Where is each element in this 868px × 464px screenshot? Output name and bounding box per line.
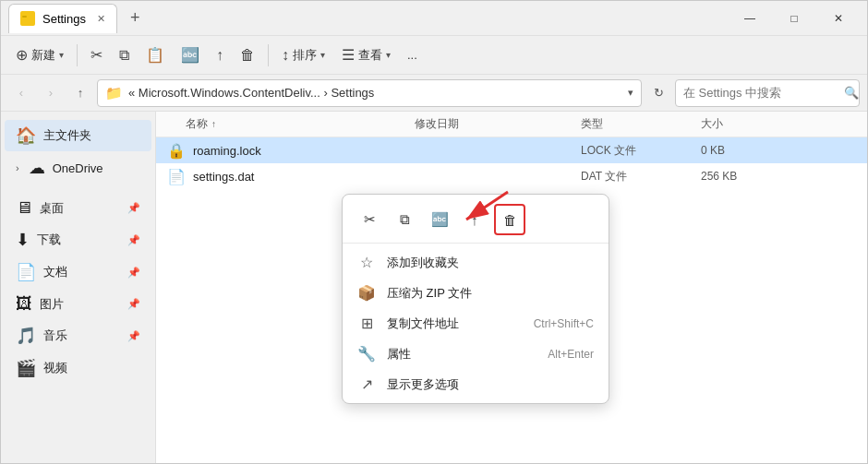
lock-file-icon: 🔒 — [167, 142, 186, 160]
more-button[interactable]: ... — [400, 43, 425, 66]
zip-icon: 📦 — [357, 284, 376, 302]
ctx-favorites-item[interactable]: ☆ 添加到收藏夹 — [343, 247, 609, 278]
properties-icon: 🔧 — [357, 345, 376, 363]
toolbar: ⊕ 新建 ▾ ✂ ⧉ 📋 🔤 ↑ 🗑 ↕ 排序 ▾ ☰ 查 — [1, 36, 867, 75]
paste-icon: 📋 — [146, 46, 164, 64]
address-folder-icon: 📁 — [105, 85, 123, 101]
documents-icon: 📄 — [16, 262, 36, 282]
title-bar: Settings ✕ + — □ ✕ — [1, 1, 867, 36]
view-button[interactable]: ☰ 查看 ▾ — [334, 42, 398, 68]
address-dropdown-icon[interactable]: ▾ — [628, 87, 633, 99]
ctx-copy-path-item[interactable]: ⊞ 复制文件地址 Ctrl+Shift+C — [343, 308, 609, 339]
file-size-dat: 256 KB — [701, 170, 775, 183]
sidebar: 🏠 主文件夹 › ☁ OneDrive 🖥 桌面 📌 ⬇ 下载 📌 📄 — [1, 112, 156, 463]
dat-file-icon: 📄 — [167, 168, 186, 185]
address-box[interactable]: 📁 « Microsoft.Windows.ContentDeliv... › … — [97, 79, 642, 107]
ctx-zip-item[interactable]: 📦 压缩为 ZIP 文件 — [343, 278, 609, 308]
pin-icon-music: 📌 — [127, 330, 140, 342]
sidebar-item-onedrive[interactable]: › ☁ OneDrive — [5, 152, 151, 184]
up-button[interactable]: ↑ — [67, 80, 93, 106]
toolbar-separator-2 — [268, 44, 269, 66]
back-button[interactable]: ‹ — [8, 80, 34, 106]
toolbar-separator-1 — [77, 44, 78, 66]
forward-button[interactable]: › — [38, 80, 64, 106]
delete-button[interactable]: 🗑 — [233, 42, 262, 68]
sidebar-item-music[interactable]: 🎵 音乐 📌 — [5, 320, 151, 351]
paste-button[interactable]: 📋 — [139, 42, 172, 68]
new-dropdown-icon: ▾ — [59, 50, 64, 60]
refresh-button[interactable]: ↻ — [645, 80, 671, 106]
sidebar-item-documents[interactable]: 📄 文档 📌 — [5, 256, 151, 288]
svg-rect-1 — [22, 16, 27, 18]
view-dropdown-icon: ▾ — [386, 50, 391, 60]
address-bar-row: ‹ › ↑ 📁 « Microsoft.Windows.ContentDeliv… — [1, 75, 867, 112]
window-controls: — □ ✕ — [729, 5, 860, 32]
context-menu: ✂ ⧉ 🔤 ↑ 🗑 ☆ 添加到收藏夹 📦 压缩为 ZIP 文件 ⊞ 复制文件地址… — [342, 194, 609, 404]
sidebar-item-pictures[interactable]: 🖼 图片 📌 — [5, 289, 151, 319]
ctx-delete-btn[interactable]: 🗑 — [494, 204, 525, 235]
sort-icon: ↕ — [282, 47, 289, 64]
search-input[interactable] — [683, 86, 838, 100]
sidebar-spacer — [1, 184, 155, 192]
ctx-share-btn[interactable]: ↑ — [459, 204, 490, 235]
sort-dropdown-icon: ▾ — [320, 50, 325, 60]
cut-button[interactable]: ✂ — [83, 42, 110, 68]
sort-asc-icon: ↑ — [211, 119, 216, 129]
close-btn[interactable]: ✕ — [817, 5, 860, 32]
ctx-cut-btn[interactable]: ✂ — [354, 204, 385, 235]
header-type: 类型 — [581, 116, 701, 132]
address-text: « Microsoft.Windows.ContentDeliv... › Se… — [128, 86, 622, 100]
rename-button[interactable]: 🔤 — [174, 42, 207, 68]
onedrive-icon: ☁ — [29, 158, 45, 178]
active-tab[interactable]: Settings ✕ — [8, 4, 117, 33]
file-row-dat[interactable]: 📄 settings.dat DAT 文件 256 KB — [156, 163, 867, 189]
more-icon: ... — [407, 48, 417, 62]
sidebar-item-videos[interactable]: 🎬 视频 — [5, 352, 151, 384]
sidebar-item-desktop[interactable]: 🖥 桌面 📌 — [5, 193, 151, 223]
header-date: 修改日期 — [415, 116, 581, 132]
pictures-icon: 🖼 — [16, 294, 32, 314]
sort-button[interactable]: ↕ 排序 ▾ — [274, 42, 332, 68]
context-toolbar: ✂ ⧉ 🔤 ↑ 🗑 — [343, 198, 609, 244]
maximize-btn[interactable]: □ — [773, 5, 815, 32]
desktop-icon: 🖥 — [16, 198, 32, 218]
tab-close-btn[interactable]: ✕ — [97, 13, 105, 25]
new-button[interactable]: ⊕ 新建 ▾ — [8, 42, 71, 68]
rename-icon: 🔤 — [181, 46, 199, 64]
cut-icon: ✂ — [90, 46, 102, 64]
minimize-btn[interactable]: — — [729, 5, 771, 32]
file-name-lock: 🔒 roaming.lock — [156, 142, 415, 160]
file-type-lock: LOCK 文件 — [581, 143, 701, 159]
tab-area: Settings ✕ + — [8, 4, 729, 33]
pin-icon-doc: 📌 — [127, 267, 140, 279]
pin-icon-dl: 📌 — [127, 234, 140, 246]
more-options-icon: ↗ — [357, 375, 376, 393]
file-list-header: 名称 ↑ 修改日期 类型 大小 — [156, 112, 867, 137]
home-icon: 🏠 — [16, 125, 36, 146]
sidebar-item-downloads[interactable]: ⬇ 下载 📌 — [5, 224, 151, 256]
favorites-icon: ☆ — [357, 254, 376, 271]
file-row-lock[interactable]: 🔒 roaming.lock LOCK 文件 0 KB — [156, 137, 867, 163]
ctx-properties-item[interactable]: 🔧 属性 Alt+Enter — [343, 339, 609, 369]
copy-path-icon: ⊞ — [357, 315, 376, 332]
ctx-copy-btn[interactable]: ⧉ — [389, 204, 420, 235]
tab-title: Settings — [42, 12, 86, 26]
ctx-rename-btn[interactable]: 🔤 — [424, 204, 455, 235]
copy-button[interactable]: ⧉ — [112, 42, 137, 68]
new-tab-btn[interactable]: + — [125, 8, 146, 28]
view-icon: ☰ — [342, 46, 355, 64]
downloads-icon: ⬇ — [16, 230, 30, 250]
delete-icon: 🗑 — [240, 47, 255, 64]
share-icon: ↑ — [216, 47, 223, 64]
folder-tab-icon — [20, 11, 35, 26]
sidebar-item-home[interactable]: 🏠 主文件夹 — [5, 120, 151, 151]
pin-icon-pic: 📌 — [127, 298, 140, 310]
search-icon: 🔍 — [844, 86, 859, 100]
header-name: 名称 ↑ — [156, 116, 415, 132]
search-box[interactable]: 🔍 — [675, 79, 860, 107]
music-icon: 🎵 — [16, 326, 36, 346]
ctx-more-options-item[interactable]: ↗ 显示更多选项 — [343, 369, 609, 399]
share-button[interactable]: ↑ — [209, 42, 231, 68]
file-type-dat: DAT 文件 — [581, 169, 701, 184]
file-size-lock: 0 KB — [701, 144, 775, 157]
